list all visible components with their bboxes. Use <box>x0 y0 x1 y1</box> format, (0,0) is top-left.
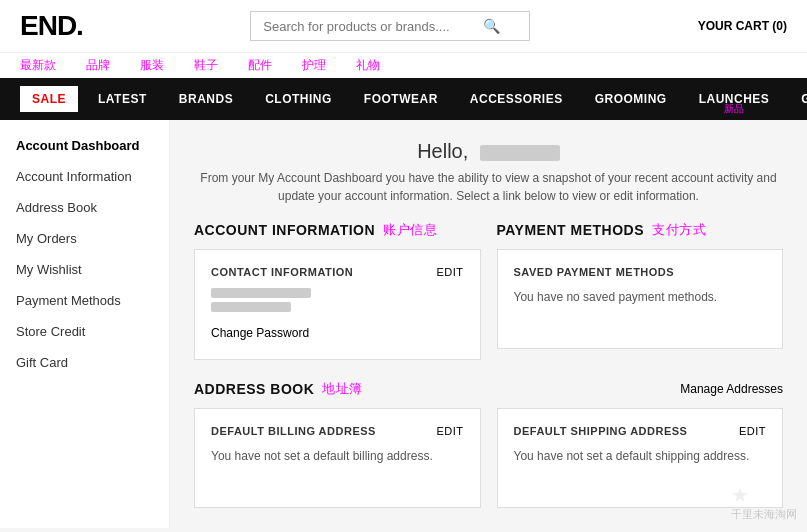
sidebar-item-wishlist[interactable]: My Wishlist <box>0 254 169 285</box>
sidebar-item-address-book[interactable]: Address Book <box>0 192 169 223</box>
subnav-item-latest[interactable]: 最新款 <box>20 57 56 74</box>
launches-new-badge: 新品 <box>724 102 744 120</box>
billing-edit-link[interactable]: Edit <box>436 425 463 437</box>
nav-clothing[interactable]: CLOTHING <box>249 78 348 120</box>
payment-section-header: PAYMENT METHODS 支付方式 <box>497 221 784 239</box>
subnav-item-gifts[interactable]: 礼物 <box>356 57 380 74</box>
subnav-item-brands[interactable]: 品牌 <box>86 57 110 74</box>
search-icon[interactable]: 🔍 <box>483 18 500 34</box>
sidebar-item-payment-methods[interactable]: Payment Methods <box>0 285 169 316</box>
hello-section: Hello, From your My Account Dashboard yo… <box>194 140 783 205</box>
address-section-header: ADDRESS BOOK 地址簿 Manage Addresses <box>194 380 783 398</box>
billing-card-title: DEFAULT BILLING ADDRESS Edit <box>211 425 464 437</box>
hello-description: From your My Account Dashboard you have … <box>194 169 783 205</box>
subnav-item-accessories[interactable]: 配件 <box>248 57 272 74</box>
payment-section: PAYMENT METHODS 支付方式 SAVED PAYMENT METHO… <box>497 221 784 360</box>
contact-card-content: Change Password <box>211 288 464 343</box>
nav-gifts[interactable]: GIFTS <box>785 78 807 120</box>
account-info-section: ACCOUNT INFORMATION 账户信息 CONTACT INFORMA… <box>194 221 481 360</box>
shipping-edit-link[interactable]: Edit <box>739 425 766 437</box>
shipping-address-card: DEFAULT SHIPPING ADDRESS Edit You have n… <box>497 408 784 508</box>
account-section-header: ACCOUNT INFORMATION 账户信息 <box>194 221 481 239</box>
address-book-title: ADDRESS BOOK 地址簿 <box>194 380 363 398</box>
user-email-blurred <box>211 302 291 312</box>
shipping-card-title: DEFAULT SHIPPING ADDRESS Edit <box>514 425 767 437</box>
nav-footwear[interactable]: FOOTWEAR <box>348 78 454 120</box>
address-section: ADDRESS BOOK 地址簿 Manage Addresses DEFAUL… <box>194 380 783 508</box>
sidebar-item-gift-card[interactable]: Gift Card <box>0 347 169 378</box>
search-container: 🔍 <box>250 11 530 41</box>
main-content: Hello, From your My Account Dashboard yo… <box>170 120 807 528</box>
page-layout: Account Dashboard Account Information Ad… <box>0 120 807 528</box>
main-nav: SALE LATEST BRANDS CLOTHING FOOTWEAR ACC… <box>0 78 807 120</box>
subnav-item-shoes[interactable]: 鞋子 <box>194 57 218 74</box>
nav-launches-wrap: LAUNCHES 新品 <box>683 78 786 120</box>
hello-greeting: Hello, <box>194 140 783 163</box>
cart-link[interactable]: YOUR CART (0) <box>698 19 787 33</box>
address-grid: DEFAULT BILLING ADDRESS Edit You have no… <box>194 408 783 508</box>
change-password-link[interactable]: Change Password <box>211 324 309 343</box>
billing-card-content: You have not set a default billing addre… <box>211 447 464 466</box>
contact-info-card: CONTACT INFORMATION Edit Change Password <box>194 249 481 360</box>
sub-nav: 最新款 品牌 服装 鞋子 配件 护理 礼物 <box>0 53 807 78</box>
header: END. 🔍 搜索商品， 开始购物 YOUR CART (0) <box>0 0 807 53</box>
username-blurred <box>480 145 560 161</box>
sidebar-item-store-credit[interactable]: Store Credit <box>0 316 169 347</box>
billing-address-card: DEFAULT BILLING ADDRESS Edit You have no… <box>194 408 481 508</box>
sidebar-item-dashboard[interactable]: Account Dashboard <box>0 130 169 161</box>
nav-grooming[interactable]: GROOMING <box>579 78 683 120</box>
sidebar-item-account-info[interactable]: Account Information <box>0 161 169 192</box>
manage-addresses-link[interactable]: Manage Addresses <box>680 382 783 396</box>
subnav-item-grooming[interactable]: 护理 <box>302 57 326 74</box>
user-name-blurred <box>211 288 311 298</box>
nav-accessories[interactable]: ACCESSORIES <box>454 78 579 120</box>
nav-sale[interactable]: SALE <box>20 86 78 112</box>
contact-edit-link[interactable]: Edit <box>436 266 463 278</box>
subnav-item-clothing[interactable]: 服装 <box>140 57 164 74</box>
saved-payment-title: SAVED PAYMENT METHODS <box>514 266 767 278</box>
sidebar-item-orders[interactable]: My Orders <box>0 223 169 254</box>
nav-brands[interactable]: BRANDS <box>163 78 249 120</box>
saved-payment-content: You have no saved payment methods. <box>514 288 767 307</box>
shipping-card-content: You have not set a default shipping addr… <box>514 447 767 466</box>
dashboard-grid: ACCOUNT INFORMATION 账户信息 CONTACT INFORMA… <box>194 221 783 360</box>
search-input[interactable] <box>263 19 483 34</box>
nav-latest[interactable]: LATEST <box>82 78 163 120</box>
contact-card-title: CONTACT INFORMATION Edit <box>211 266 464 278</box>
logo: END. <box>20 10 83 42</box>
saved-payment-card: SAVED PAYMENT METHODS You have no saved … <box>497 249 784 349</box>
sidebar: Account Dashboard Account Information Ad… <box>0 120 170 528</box>
